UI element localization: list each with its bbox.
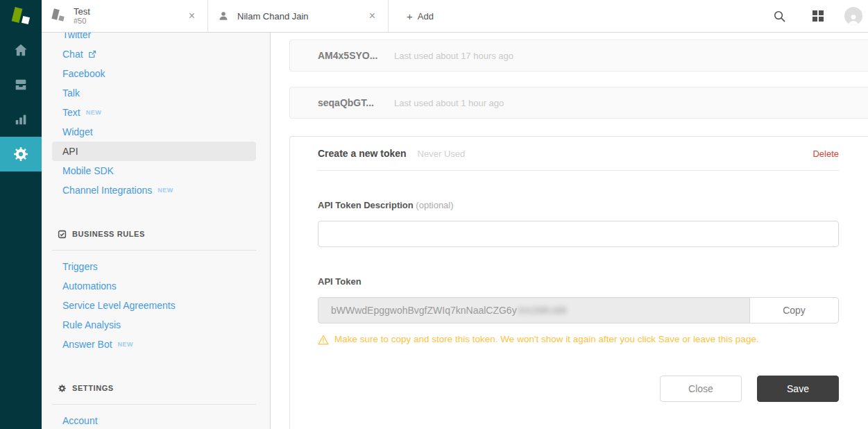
add-tab-button[interactable]: + Add [389,0,452,32]
views-icon[interactable] [0,67,42,102]
create-token-card: Create a new token Never Used Delete API… [289,136,868,429]
token-last-used: Last used about 1 hour ago [394,98,504,108]
sidebar-item-widget[interactable]: Widget [52,122,256,142]
settings-sidebar: Twitter Chat Facebook Talk Text NEW Widg… [42,33,271,429]
description-input[interactable] [318,221,839,247]
topbar-right-icons [769,0,868,32]
token-name: seqaQbGT... [318,97,394,108]
home-icon[interactable] [0,33,42,67]
warning-text: Make sure to copy and store this token. … [334,333,759,346]
close-button[interactable]: Close [660,376,742,402]
sidebar-item-triggers[interactable]: Triggers [52,257,256,276]
checkbox-check-icon [58,230,67,239]
sidebar-item-answer-bot[interactable]: Answer Bot NEW [52,335,256,354]
external-link-icon [88,50,96,58]
new-badge: NEW [118,341,134,348]
sidebar-item-api[interactable]: API [52,142,256,161]
tab-user-nilam[interactable]: Nilam Chand Jain × [208,0,389,32]
sidebar-item-rule-analysis[interactable]: Rule Analysis [52,315,256,335]
sidebar-divider [52,250,256,251]
business-rules-list: Triggers Automations Service Level Agree… [52,257,270,354]
section-header-business-rules: BUSINESS RULES [58,229,256,239]
sidebar-item-chat[interactable]: Chat [52,44,256,64]
section-header-settings: SETTINGS [58,383,256,393]
search-icon[interactable] [769,6,789,26]
save-button[interactable]: Save [757,376,839,402]
ticket-tab-icon [51,8,65,24]
sidebar-divider [52,404,256,405]
sidebar-item-twitter[interactable]: Twitter [52,33,256,44]
sidebar-item-automations[interactable]: Automations [52,276,256,296]
zendesk-logo-icon [11,6,31,27]
new-badge: NEW [158,187,173,194]
delete-link[interactable]: Delete [812,149,839,159]
sidebar-item-account[interactable]: Account [52,411,256,429]
apps-grid-icon[interactable] [808,6,828,26]
api-tokens-main: AM4x5SYO... Last used about 17 hours ago… [271,33,868,429]
token-status: Never Used [418,149,466,159]
create-token-title: Create a new token [318,148,407,159]
warning-triangle-icon [318,335,329,345]
create-token-header: Create a new token Never Used Delete [318,148,839,160]
tab-ticket-test[interactable]: Test #50 × [42,0,208,32]
close-icon[interactable]: × [366,9,378,23]
product-rail [0,0,42,429]
tab-title: Test [74,6,90,17]
card-divider [318,170,839,171]
token-value-field[interactable]: bWWwdEpggwohBvgfZWIq7knNaalCZG6yXm28thJd… [318,297,750,323]
token-last-used: Last used about 17 hours ago [394,51,513,61]
api-token-row[interactable]: seqaQbGT... Last used about 1 hour ago [289,87,868,119]
optional-hint: (optional) [416,200,453,210]
api-token-label: API Token [318,276,839,287]
card-actions: Close Save [318,376,839,402]
tab-title: Nilam Chand Jain [237,11,309,22]
zendesk-admin-app: Test #50 × Nilam Chand Jain × + Add [0,0,868,429]
tab-ticket-number: #50 [74,17,90,26]
sidebar-item-channel-integrations[interactable]: Channel Integrations NEW [52,180,256,200]
sidebar-item-talk[interactable]: Talk [52,83,256,103]
token-name: AM4x5SYO... [318,50,394,61]
user-avatar[interactable] [844,7,862,25]
reporting-icon[interactable] [0,102,42,137]
sidebar-item-text[interactable]: Text NEW [52,103,256,122]
description-label: API Token Description (optional) [318,200,839,211]
plus-icon: + [407,10,413,22]
token-value-blurred: Xm28thJd9 [518,305,567,316]
top-bar: Test #50 × Nilam Chand Jain × + Add [42,0,868,33]
close-icon[interactable]: × [186,9,198,23]
token-value-visible: bWWwdEpggwohBvgfZWIq7knNaalCZG6y [331,305,517,316]
token-warning: Make sure to copy and store this token. … [318,333,839,346]
token-value-group: bWWwdEpggwohBvgfZWIq7knNaalCZG6yXm28thJd… [318,297,839,323]
sidebar-item-slas[interactable]: Service Level Agreements [52,296,256,315]
sidebar-item-facebook[interactable]: Facebook [52,64,256,83]
api-token-row[interactable]: AM4x5SYO... Last used about 17 hours ago [289,40,868,72]
admin-gear-icon[interactable] [0,137,42,171]
person-icon [218,10,229,22]
copy-button[interactable]: Copy [749,297,839,323]
new-badge: NEW [86,109,102,116]
add-tab-label: Add [418,11,434,22]
gear-icon [58,384,67,393]
settings-list: Account [52,411,270,429]
zendesk-logo [0,0,42,33]
channels-nav-list: Twitter Chat Facebook Talk Text NEW Widg… [52,33,270,200]
sidebar-item-mobile-sdk[interactable]: Mobile SDK [52,161,256,180]
